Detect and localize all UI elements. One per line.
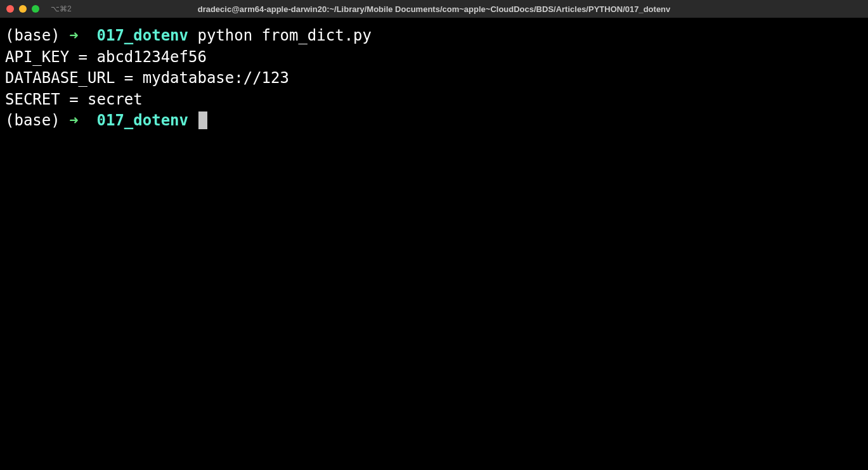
window-title: dradecic@arm64-apple-darwin20:~/Library/… — [198, 4, 671, 14]
minimize-button[interactable] — [19, 5, 27, 13]
terminal-content[interactable]: (base) ➜ 017_dotenv python from_dict.py … — [0, 18, 868, 139]
current-directory: 017_dotenv — [97, 111, 189, 129]
prompt-arrow-icon: ➜ — [69, 111, 78, 129]
command-text: python from_dict.py — [197, 27, 372, 44]
prompt-line-1: (base) ➜ 017_dotenv python from_dict.py — [5, 25, 863, 47]
conda-env: (base) — [5, 27, 60, 44]
prompt-arrow-icon: ➜ — [69, 27, 78, 44]
output-line: SECRET = secret — [5, 89, 863, 111]
maximize-button[interactable] — [32, 5, 39, 13]
output-line: API_KEY = abcd1234ef56 — [5, 47, 863, 68]
window-titlebar: ⌥⌘2 dradecic@arm64-apple-darwin20:~/Libr… — [0, 0, 868, 18]
tab-indicator: ⌥⌘2 — [51, 4, 72, 13]
cursor-icon — [198, 111, 207, 129]
conda-env: (base) — [5, 111, 60, 129]
close-button[interactable] — [6, 5, 14, 13]
output-line: DATABASE_URL = mydatabase://123 — [5, 68, 863, 89]
prompt-line-2: (base) ➜ 017_dotenv — [5, 110, 863, 132]
current-directory: 017_dotenv — [97, 27, 189, 44]
traffic-lights — [6, 5, 39, 13]
